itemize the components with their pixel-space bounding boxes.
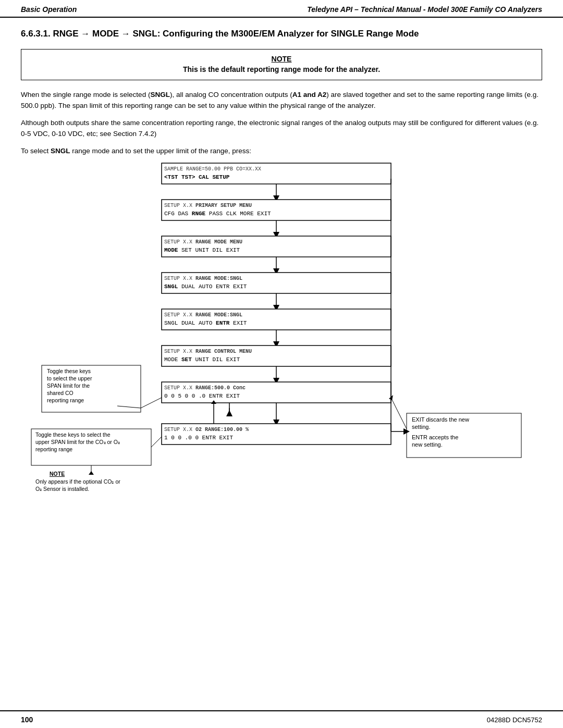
diagram-svg: SAMPLE RANGE=50.00 PPB CO=XX.XX <TST TST… — [21, 163, 542, 538]
svg-text:reporting range: reporting range — [47, 397, 84, 403]
screen-3: SETUP X.X RANGE MODE MENU MODE SET UNIT … — [162, 236, 391, 257]
para-2: Although both outputs share the same con… — [21, 118, 542, 140]
screen-2: SETUP X.X PRIMARY SETUP MENU CFG DAS RNG… — [162, 200, 391, 220]
header-right: Teledyne API – Technical Manual - Model … — [307, 5, 542, 14]
svg-text:SAMPLE          RANGE=50.00 PP: SAMPLE RANGE=50.00 PPB CO=XX.XX — [164, 166, 261, 172]
svg-text:SPAN limit for the: SPAN limit for the — [47, 382, 90, 389]
svg-text:EXIT discards the new: EXIT discards the new — [412, 416, 469, 423]
svg-text:SETUP X.X    O2 RANGE:100.00 %: SETUP X.X O2 RANGE:100.00 % — [164, 427, 249, 433]
note-title: NOTE — [32, 55, 531, 63]
page-header: Basic Operation Teledyne API – Technical… — [0, 0, 563, 18]
svg-text:NOTE: NOTE — [50, 471, 65, 477]
svg-text:SETUP X.X    RANGE MODE MENU: SETUP X.X RANGE MODE MENU — [164, 239, 242, 245]
svg-text:Toggle these keys: Toggle these keys — [47, 368, 91, 374]
svg-line-58 — [391, 398, 407, 429]
footer-page-number: 100 — [21, 715, 33, 724]
svg-text:0    0    5    0    0    .0   : 0 0 5 0 0 .0 ENTR EXIT — [164, 393, 240, 399]
svg-text:SETUP X.X    RANGE CONTROL MEN: SETUP X.X RANGE CONTROL MENU — [164, 349, 252, 354]
screen-6: SETUP X.X RANGE CONTROL MENU MODE SET UN… — [162, 346, 391, 366]
para-3: To select SNGL range mode and to set the… — [21, 146, 542, 157]
svg-text:CFG  DAS  RNGE PASS  CLK  MORE: CFG DAS RNGE PASS CLK MORE EXIT — [164, 211, 271, 217]
svg-text:Only appears if the optional C: Only appears if the optional CO₂ or — [35, 478, 120, 485]
svg-text:ENTR accepts the: ENTR accepts the — [412, 434, 458, 440]
main-content: 6.6.3.1. RNGE → MODE → SNGL: Configuring… — [0, 18, 563, 550]
svg-line-39 — [141, 398, 162, 408]
footer-doc-number: 04288D DCN5752 — [487, 716, 542, 724]
svg-text:SETUP X.X    RANGE:500.0 Conc: SETUP X.X RANGE:500.0 Conc — [164, 385, 246, 391]
svg-text:reporting range: reporting range — [35, 446, 72, 452]
svg-text:<TST  TST>  CAL               : <TST TST> CAL SETUP — [164, 174, 230, 180]
header-left: Basic Operation — [21, 5, 77, 14]
svg-text:SETUP X.X    RANGE MODE:SNGL: SETUP X.X RANGE MODE:SNGL — [164, 276, 242, 281]
svg-text:SETUP X.X    PRIMARY SETUP MEN: SETUP X.X PRIMARY SETUP MENU — [164, 203, 252, 208]
screen-7: SETUP X.X RANGE:500.0 Conc 0 0 5 0 0 .0 … — [162, 382, 391, 403]
svg-text:SNGL  DUAL  AUTO              : SNGL DUAL AUTO ENTR EXIT — [164, 283, 247, 290]
screen-8: SETUP X.X O2 RANGE:100.00 % 1 0 0 .0 0 E… — [162, 424, 391, 445]
svg-text:MODE  SET  UNIT  DIL          : MODE SET UNIT DIL EXIT — [164, 247, 240, 253]
svg-text:upper SPAN limit for the CO₂ o: upper SPAN limit for the CO₂ or O₂ — [35, 439, 120, 445]
svg-marker-50 — [89, 471, 94, 475]
svg-text:shared CO: shared CO — [47, 390, 74, 396]
svg-text:new setting.: new setting. — [412, 441, 443, 448]
diagram-container: SAMPLE RANGE=50.00 PPB CO=XX.XX <TST TST… — [21, 163, 542, 540]
svg-text:SETUP X.X    RANGE MODE:SNGL: SETUP X.X RANGE MODE:SNGL — [164, 312, 242, 318]
svg-text:to select the upper: to select the upper — [47, 375, 92, 381]
svg-text:Toggle these keys to select th: Toggle these keys to select the — [35, 431, 111, 438]
screen-5: SETUP X.X RANGE MODE:SNGL SNGL DUAL AUTO… — [162, 309, 391, 330]
para-1: When the single range mode is selected (… — [21, 90, 542, 112]
screen-1: SAMPLE RANGE=50.00 PPB CO=XX.XX <TST TST… — [162, 163, 391, 184]
page-footer: 100 04288D DCN5752 — [0, 710, 563, 728]
note-box: NOTE This is the default reporting range… — [21, 49, 542, 80]
section-heading: 6.6.3.1. RNGE → MODE → SNGL: Configuring… — [21, 28, 542, 40]
svg-text:O₂ Sensor is installed.: O₂ Sensor is installed. — [35, 486, 89, 492]
note-body: This is the default reporting range mode… — [32, 65, 531, 73]
svg-text:1    0    0    .0    0        : 1 0 0 .0 0 ENTR EXIT — [164, 435, 233, 441]
svg-text:SNGL  DUAL  AUTO              : SNGL DUAL AUTO ENTR EXIT — [164, 320, 247, 326]
svg-line-45 — [151, 437, 162, 447]
svg-text:setting.: setting. — [412, 424, 430, 430]
screen-4: SETUP X.X RANGE MODE:SNGL SNGL DUAL AUTO… — [162, 273, 391, 293]
svg-text:MODE  SET  UNIT  DIL          : MODE SET UNIT DIL EXIT — [164, 356, 240, 363]
